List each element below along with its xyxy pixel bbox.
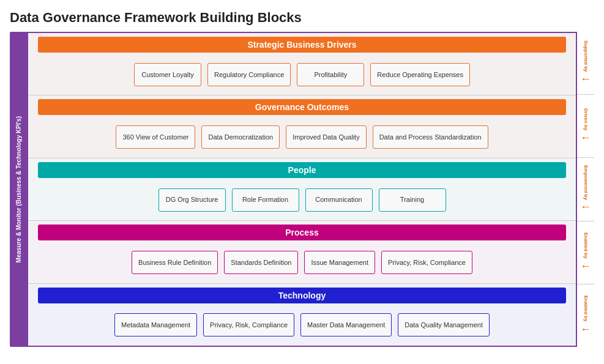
right-section-3: Enabled by←: [577, 221, 594, 284]
strategic-item-2: Profitability: [297, 63, 364, 86]
technology-item-3: Data Quality Management: [398, 313, 490, 336]
process-item-3: Privacy, Risk, Compliance: [381, 251, 472, 274]
right-label-0: Supported by: [583, 40, 589, 72]
technology-items: Metadata ManagementPrivacy, Risk, Compli…: [28, 306, 576, 346]
content-area: Strategic Business DriversCustomer Loyal…: [27, 32, 577, 347]
governance-items: 360 View of CustomerData Democratization…: [28, 117, 576, 157]
strategic-header: Strategic Business Drivers: [38, 37, 566, 53]
row-governance: Governance Outcomes360 View of CustomerD…: [28, 95, 576, 158]
process-item-2: Issue Management: [304, 251, 375, 274]
right-label-4: Enabled by: [583, 295, 589, 322]
row-technology: TechnologyMetadata ManagementPrivacy, Ri…: [28, 284, 576, 346]
row-people: PeopleDG Org StructureRole FormationComm…: [28, 158, 576, 221]
people-item-0: DG Org Structure: [158, 188, 226, 212]
right-sidebar: Supported by←Driven by←Empowered by←Enab…: [577, 32, 594, 347]
strategic-item-1: Regulatory Compliance: [207, 63, 291, 86]
left-sidebar: Measure & Monitor (Business & Technology…: [10, 32, 27, 347]
process-header: Process: [38, 225, 566, 240]
people-item-1: Role Formation: [232, 188, 299, 212]
governance-header: Governance Outcomes: [38, 99, 566, 115]
governance-item-3: Data and Process Standardization: [373, 125, 488, 149]
people-items: DG Org StructureRole FormationCommunicat…: [28, 180, 576, 220]
right-arrow-1: ←: [580, 132, 591, 144]
right-arrow-0: ←: [580, 73, 591, 86]
strategic-items: Customer LoyaltyRegulatory CompliancePro…: [28, 55, 576, 95]
framework-container: Measure & Monitor (Business & Technology…: [10, 32, 594, 347]
row-process: ProcessBusiness Rule DefinitionStandards…: [28, 221, 576, 283]
technology-header: Technology: [38, 288, 566, 303]
technology-item-2: Master Data Management: [300, 313, 392, 336]
row-strategic: Strategic Business DriversCustomer Loyal…: [28, 33, 576, 95]
right-arrow-2: ←: [580, 201, 591, 214]
right-label-3: Enabled by: [583, 232, 589, 259]
governance-item-0: 360 View of Customer: [116, 125, 195, 149]
process-item-0: Business Rule Definition: [132, 251, 218, 274]
governance-item-2: Improved Data Quality: [286, 125, 366, 149]
right-label-2: Empowered by: [583, 165, 589, 200]
strategic-item-0: Customer Loyalty: [134, 63, 201, 86]
page-title: Data Governance Framework Building Block…: [10, 10, 594, 26]
right-section-2: Empowered by←: [577, 158, 594, 221]
process-item-1: Standards Definition: [224, 251, 298, 274]
left-sidebar-label: Measure & Monitor (Business & Technology…: [15, 116, 22, 262]
right-section-1: Driven by←: [577, 95, 594, 158]
process-items: Business Rule DefinitionStandards Defini…: [28, 243, 576, 283]
right-label-1: Driven by: [583, 108, 589, 130]
people-header: People: [38, 162, 566, 178]
strategic-item-3: Reduce Operating Expenses: [370, 63, 470, 86]
right-section-0: Supported by←: [577, 32, 594, 95]
technology-item-0: Metadata Management: [114, 313, 197, 336]
people-item-3: Training: [379, 188, 446, 212]
right-arrow-4: ←: [580, 323, 591, 336]
technology-item-1: Privacy, Risk, Compliance: [203, 313, 294, 336]
right-section-4: Enabled by←: [577, 284, 594, 347]
people-item-2: Communication: [305, 188, 373, 212]
right-arrow-3: ←: [580, 260, 591, 273]
governance-item-1: Data Democratization: [201, 125, 280, 149]
